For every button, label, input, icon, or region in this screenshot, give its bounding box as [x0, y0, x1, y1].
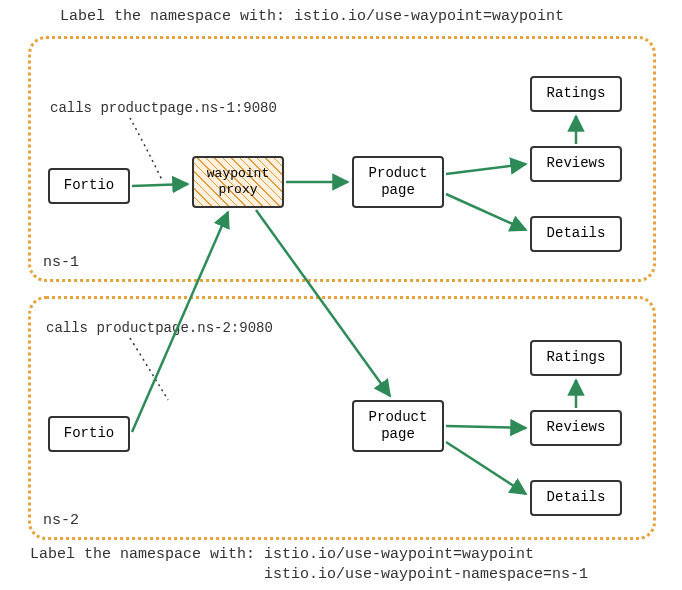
waypoint-proxy: waypoint proxy: [192, 156, 284, 208]
label-bottom: Label the namespace with: istio.io/use-w…: [30, 545, 588, 586]
ns1-product-page: Product page: [352, 156, 444, 208]
ns2-product-page: Product page: [352, 400, 444, 452]
ns1-details: Details: [530, 216, 622, 252]
ns2-title: ns-2: [43, 512, 79, 529]
ns1-ratings: Ratings: [530, 76, 622, 112]
ns1-reviews: Reviews: [530, 146, 622, 182]
ns2-ratings: Ratings: [530, 340, 622, 376]
ns2-details: Details: [530, 480, 622, 516]
ns1-title: ns-1: [43, 254, 79, 271]
ns1-call-label: calls productpage.ns-1:9080: [50, 100, 277, 116]
ns2-fortio: Fortio: [48, 416, 130, 452]
label-top: Label the namespace with: istio.io/use-w…: [60, 8, 564, 25]
ns1-fortio: Fortio: [48, 168, 130, 204]
ns2-reviews: Reviews: [530, 410, 622, 446]
ns2-call-label: calls productpage.ns-2:9080: [46, 320, 273, 336]
